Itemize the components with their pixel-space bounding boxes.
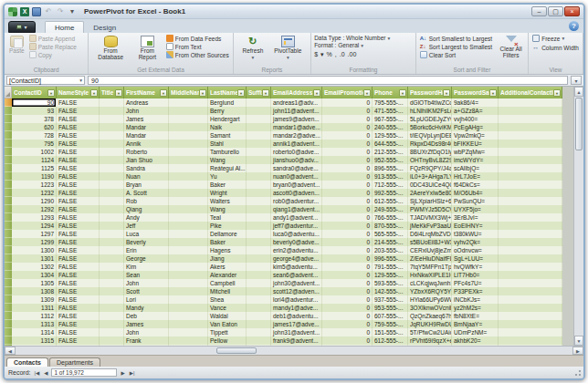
cell[interactable]: UYXF5jo=	[452, 205, 499, 213]
cell[interactable]: 644-555-...	[373, 140, 408, 148]
cell[interactable]: Mandar	[124, 131, 169, 140]
cell[interactable]: FALSE	[57, 197, 100, 205]
undo-icon[interactable]: ↶	[44, 7, 53, 16]
cell[interactable]: 1125	[12, 164, 57, 172]
from-data-feeds-button[interactable]: From Data Feeds	[165, 35, 230, 42]
cell[interactable]	[169, 287, 208, 295]
pivottable-dropdown-icon[interactable]: ▾	[287, 55, 289, 60]
cell[interactable]	[169, 123, 208, 131]
cell[interactable]	[169, 107, 208, 115]
cell[interactable]	[247, 156, 271, 164]
cell[interactable]	[499, 148, 562, 156]
cell[interactable]: 0	[322, 295, 373, 304]
cell[interactable]: 2AereYxIw5e80L...	[408, 189, 452, 197]
row-selector[interactable]	[5, 320, 12, 328]
cell[interactable]: Kim	[124, 263, 169, 271]
cell[interactable]	[247, 238, 271, 246]
cell[interactable]: sandra0@adve...	[271, 164, 322, 172]
cell[interactable]: EoEIHNY=	[452, 222, 499, 230]
cell[interactable]: PcEgAHg=	[452, 123, 499, 131]
cell[interactable]: Andreas	[124, 98, 169, 107]
cell[interactable]: 203-555-...	[373, 246, 408, 254]
column-header-password_hash[interactable]: PasswordHash▼	[408, 87, 452, 98]
cell[interactable]: akhbK20=	[452, 336, 499, 345]
cell[interactable]: D6i4LrqMbZVDg...	[408, 230, 452, 238]
maximize-button[interactable]: ▢	[548, 6, 563, 16]
data-type-dropdown[interactable]: Data Type : Whole Number ▾	[314, 35, 390, 41]
filter-button-phone[interactable]: ▼	[399, 89, 406, 97]
cell[interactable]: Bryan	[124, 181, 169, 189]
cell[interactable]: 620	[12, 123, 57, 131]
cell[interactable]	[499, 336, 562, 345]
cell[interactable]	[499, 181, 562, 189]
cell[interactable]	[169, 189, 208, 197]
row-selector[interactable]	[5, 172, 12, 181]
cell[interactable]: 0	[322, 172, 373, 181]
cell[interactable]	[499, 320, 562, 328]
cell[interactable]: 1313	[12, 320, 57, 328]
cell[interactable]	[247, 320, 271, 328]
cell[interactable]: HYia66UPy6WW...	[408, 295, 452, 304]
cell[interactable]: 1223	[12, 181, 57, 189]
pivottable-button[interactable]: PivotTable ▾	[272, 35, 303, 61]
row-selector[interactable]	[5, 271, 12, 279]
copy-button[interactable]: Copy	[28, 51, 78, 58]
cell[interactable]: 0	[322, 336, 373, 345]
cell[interactable]: Walters	[208, 197, 247, 205]
cell[interactable]: P33PEXk=	[452, 287, 499, 295]
cell[interactable]: OHTnyBvL8Z29tV...	[408, 156, 452, 164]
refresh-button[interactable]: ↻ Refresh ▾	[241, 35, 266, 61]
cell[interactable]: Pike	[208, 222, 247, 230]
cell[interactable]	[247, 172, 271, 181]
cell[interactable]: 0	[322, 107, 373, 115]
cell[interactable]: 0	[322, 148, 373, 156]
cell[interactable]: scott12@adven...	[271, 287, 322, 295]
cell[interactable]: 593-555-...	[373, 279, 408, 287]
cell[interactable]: FALSE	[57, 205, 100, 213]
row-selector[interactable]	[5, 123, 12, 131]
cell[interactable]: Berglund	[208, 98, 247, 107]
cell[interactable]	[499, 263, 562, 271]
cell[interactable]: Mitchell	[208, 287, 247, 295]
cell[interactable]: FALSE	[57, 295, 100, 304]
cell[interactable]: 1308	[12, 287, 57, 295]
cell[interactable]: FALSE	[57, 189, 100, 197]
row-selector[interactable]	[5, 156, 12, 164]
cell[interactable]	[247, 148, 271, 156]
cell[interactable]: 795	[12, 140, 57, 148]
column-header-title[interactable]: Title▼	[100, 87, 124, 98]
cell[interactable]: FALSE	[57, 222, 100, 230]
cell[interactable]: James	[124, 115, 169, 123]
from-text-button[interactable]: From Text	[165, 43, 230, 50]
cell[interactable]: Campbell	[208, 279, 247, 287]
cell[interactable]	[247, 140, 271, 148]
cell[interactable]	[499, 246, 562, 254]
cell[interactable]	[169, 304, 208, 312]
cell[interactable]: bFIKKEU=	[452, 140, 499, 148]
column-header-name_style[interactable]: NameStyle▼	[57, 87, 100, 98]
cell[interactable]: 0	[322, 246, 373, 254]
cell[interactable]	[247, 328, 271, 336]
cell[interactable]: hvQWfkY=	[452, 263, 499, 271]
cell[interactable]	[247, 222, 271, 230]
cell[interactable]: a+GZz8A=	[452, 107, 499, 115]
cell[interactable]: Waldal	[208, 312, 247, 320]
cell[interactable]	[499, 98, 562, 107]
paste-button[interactable]: Paste	[7, 35, 26, 56]
cell[interactable]	[247, 123, 271, 131]
cell[interactable]: 1292	[12, 205, 57, 213]
decrease-decimal-button[interactable]: .00	[348, 51, 357, 58]
resize-grip[interactable]	[573, 369, 582, 378]
cell[interactable]: 0	[322, 287, 373, 295]
cell[interactable]: PwSunQU=	[452, 197, 499, 205]
excel-icon[interactable]: X	[20, 7, 29, 16]
cell[interactable]: LlT7Hb0=	[452, 271, 499, 279]
redo-icon[interactable]: ↷	[56, 7, 65, 16]
cell[interactable]	[247, 131, 271, 140]
cell[interactable]: 612-555-...	[373, 336, 408, 345]
cell[interactable]: Sandra	[124, 164, 169, 172]
cell[interactable]: qiang1@advent...	[271, 205, 322, 213]
cell[interactable]: james9@adven...	[271, 115, 322, 123]
cell[interactable]: erin2@adventu...	[271, 246, 322, 254]
refresh-dropdown-icon[interactable]: ▾	[252, 55, 255, 60]
